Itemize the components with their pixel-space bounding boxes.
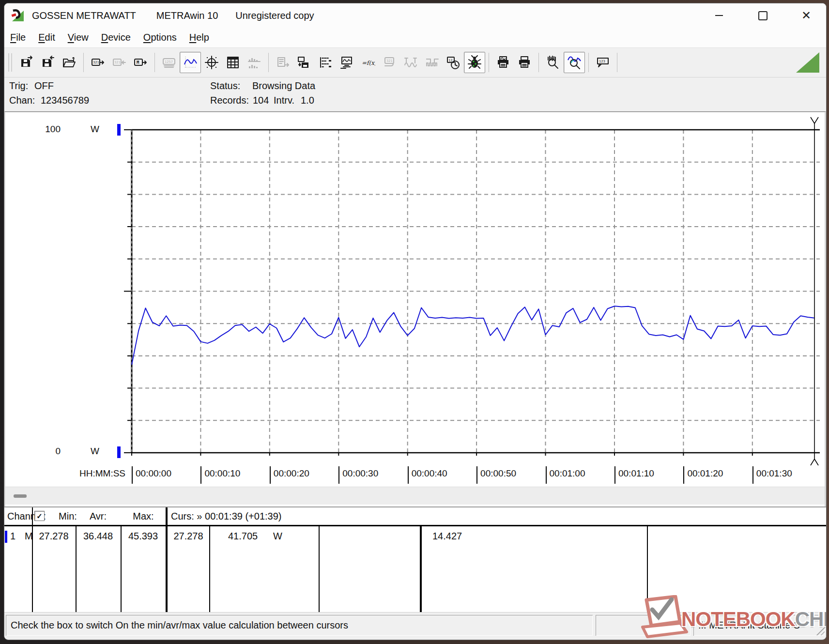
menu-item-device[interactable]: Device xyxy=(101,32,131,43)
minimize-button[interactable] xyxy=(708,5,730,26)
read-device-icon: 321 xyxy=(91,55,105,70)
time-scrollbar xyxy=(5,487,825,505)
corner-triangle-logo xyxy=(796,52,819,73)
open-file-button[interactable] xyxy=(59,52,80,73)
max-header: Max: xyxy=(121,511,166,522)
waveform-plot[interactable] xyxy=(5,112,825,488)
formula-button[interactable]: =f(x) xyxy=(357,52,379,73)
save-import-icon xyxy=(41,55,55,70)
channel-setup-button[interactable] xyxy=(315,52,336,73)
status-label: Status: xyxy=(210,80,240,92)
toolbar-separator xyxy=(588,53,589,72)
data-table-icon xyxy=(226,55,240,70)
table-border xyxy=(420,526,422,612)
interface-321-icon: 321 xyxy=(382,55,397,70)
records-label: Records: xyxy=(210,95,249,106)
zoom-overview-button[interactable] xyxy=(542,52,564,73)
zoom-wave-button[interactable] xyxy=(564,52,585,73)
menu-item-help[interactable]: Help xyxy=(189,32,209,43)
memory-read-button[interactable]: M xyxy=(130,52,151,73)
table-header-divider xyxy=(4,525,826,526)
cursor2-unit: W xyxy=(273,531,282,542)
window-controls: ✕ xyxy=(708,3,817,28)
analog-wave-button xyxy=(400,52,421,73)
max-value: 45.393 xyxy=(121,531,166,542)
avr-value: 36.448 xyxy=(76,531,121,542)
export-report-button xyxy=(272,52,293,73)
interval-value: 1.0 xyxy=(301,95,314,106)
menu-item-view[interactable]: View xyxy=(68,32,89,43)
status-device-section: !!! METRAHit Starline-S xyxy=(693,615,825,636)
save-export-button[interactable] xyxy=(16,52,37,73)
device-to-disk-button[interactable] xyxy=(293,52,315,73)
title-license: Unregistered copy xyxy=(235,10,314,21)
maximize-icon xyxy=(758,11,768,20)
checkbox-checkmark: ✓ xyxy=(36,512,43,521)
toolbar-separator xyxy=(538,53,539,72)
bug-tool-icon xyxy=(467,55,482,70)
x-tick-label: 00:00:10 xyxy=(200,466,240,484)
bug-tool-button[interactable] xyxy=(464,52,485,73)
title-app-name: METRAwin 10 xyxy=(156,10,218,21)
print-button[interactable] xyxy=(514,52,535,73)
svg-text:1257: 1257 xyxy=(165,60,173,64)
print-preview-button[interactable] xyxy=(492,52,514,73)
svg-text:M: M xyxy=(137,60,139,65)
save-import-button[interactable] xyxy=(37,52,59,73)
time-scrollbar-thumb[interactable] xyxy=(14,494,27,498)
x-tick-label: 00:01:00 xyxy=(546,466,585,484)
crosshair-cursor-button[interactable] xyxy=(201,52,222,73)
data-table-button[interactable] xyxy=(222,52,244,73)
status-hint-text: Check the box to switch On the min/avr/m… xyxy=(11,620,348,631)
channel-setup-icon xyxy=(318,55,333,70)
monitor-waveform-button[interactable] xyxy=(336,52,357,73)
svg-text:321: 321 xyxy=(114,61,121,64)
status-value: Browsing Data xyxy=(252,80,315,92)
status-bar: Check the box to switch On the min/avr/m… xyxy=(4,612,826,639)
menu-item-options[interactable]: Options xyxy=(143,32,177,43)
analog-wave-icon xyxy=(403,55,418,70)
acquisition-info-strip: Trig: OFF Chan: 123456789 Status: Browsi… xyxy=(4,77,826,111)
chan-label: Chan: xyxy=(9,95,35,106)
zoom-wave-icon xyxy=(567,55,582,70)
read-device-button[interactable]: 321 xyxy=(87,52,108,73)
toolbar-grip[interactable] xyxy=(8,53,12,72)
table-border xyxy=(32,507,33,612)
x-tick-label: 00:01:10 xyxy=(614,466,654,484)
toolbar-separator xyxy=(83,53,84,72)
cursor-header: Curs: » 00:01:39 (+01:39) xyxy=(171,511,281,522)
crosshair-cursor-icon xyxy=(204,55,219,70)
close-button[interactable]: ✕ xyxy=(795,5,817,26)
numeric-display-icon: 1257 xyxy=(162,55,176,70)
waveform-chart-button[interactable] xyxy=(180,52,201,73)
metrawin-window: GOSSEN METRAWATT METRAwin 10 Unregistere… xyxy=(4,3,827,640)
title-bar: GOSSEN METRAWATT METRAwin 10 Unregistere… xyxy=(4,3,826,28)
zoom-overview-icon xyxy=(546,55,560,70)
minmax-checkbox[interactable]: ✓ xyxy=(34,511,45,521)
write-device-icon: 321 xyxy=(112,55,126,70)
print-icon xyxy=(517,55,532,70)
svg-text:=f(x): =f(x) xyxy=(362,60,375,66)
toolbar: 321 321 M 1257 =f(x) 321 12 123 xyxy=(4,47,826,77)
waveform-chart-icon xyxy=(183,55,198,70)
pulse-wave-icon xyxy=(425,55,439,70)
menu-item-edit[interactable]: Edit xyxy=(38,32,55,43)
svg-text:321: 321 xyxy=(93,61,99,64)
cursor2-value: 41.705 xyxy=(228,531,258,542)
toolbar-separator xyxy=(268,53,269,72)
x-tick-label: 00:00:00 xyxy=(132,466,171,484)
cursor1-value: 27.278 xyxy=(168,531,209,542)
monitor-waveform-icon xyxy=(339,55,354,70)
clock-device-button[interactable]: 12 xyxy=(443,52,464,73)
pulse-wave-button xyxy=(421,52,443,73)
x-tick-label: 00:00:20 xyxy=(270,466,309,484)
x-tick-label: 00:01:30 xyxy=(752,466,792,484)
numeric-display-button: 1257 xyxy=(158,52,180,73)
maximize-button[interactable] xyxy=(752,5,774,26)
svg-text:321: 321 xyxy=(386,59,393,63)
menu-item-file[interactable]: File xyxy=(10,32,26,43)
annotation-button[interactable]: 123 xyxy=(592,52,614,73)
x-tick-label: 00:00:50 xyxy=(476,466,516,484)
toolbar-separator xyxy=(154,53,155,72)
interval-label: Intrv. xyxy=(274,95,294,106)
